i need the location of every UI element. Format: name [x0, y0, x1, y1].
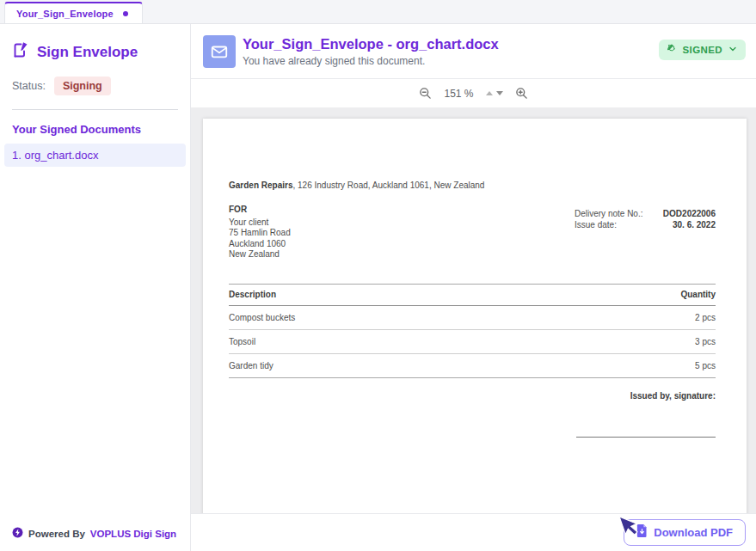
meta-row: Delivery note No.: DOD2022006: [575, 208, 716, 219]
recipient-and-meta: FOR Your client 75 Hamlin Road Auckland …: [229, 205, 716, 260]
pen-icon: [667, 42, 678, 58]
meta-value: DOD2022006: [663, 208, 716, 219]
status-badge: Signing: [54, 77, 111, 95]
powered-by-brand-link[interactable]: VOPLUS Digi Sign: [90, 529, 176, 539]
zoom-stepper[interactable]: [486, 91, 503, 95]
meta-row: Issue date: 30. 6. 2022: [575, 219, 716, 230]
sidebar-title: Sign Envelope: [37, 44, 138, 61]
cell-quantity: 5 pcs: [548, 353, 716, 377]
cell-quantity: 2 pcs: [548, 305, 716, 329]
zoom-level: 151 %: [444, 88, 473, 100]
download-pdf-button[interactable]: Download PDF: [624, 519, 746, 546]
signed-status-dropdown[interactable]: SIGNED: [659, 40, 747, 60]
table-row: Garden tidy 5 pcs: [229, 353, 716, 377]
recipient-line: New Zealand: [229, 249, 291, 260]
stepper-up-icon[interactable]: [486, 91, 493, 95]
company-address-line: Garden Repairs, 126 Industry Road, Auckl…: [229, 181, 716, 190]
tab-your-sign-envelope[interactable]: Your_Sign_Envelope: [4, 2, 143, 23]
page-subtitle: You have already signed this document.: [243, 55, 659, 67]
meta-value: 30. 6. 2022: [673, 219, 716, 230]
cell-description: Compost buckets: [229, 305, 548, 329]
action-footer: Download PDF: [191, 513, 756, 551]
sidebar-title-row: Sign Envelope: [0, 24, 190, 63]
zoom-in-button[interactable]: [515, 87, 528, 100]
cell-quantity: 3 pcs: [548, 329, 716, 353]
for-label: FOR: [229, 205, 291, 216]
recipient-line: Auckland 1060: [229, 239, 291, 250]
zoom-out-button[interactable]: [419, 87, 432, 100]
meta-label: Delivery note No.:: [575, 208, 642, 219]
company-address: , 126 Industry Road, Auckland 1061, New …: [292, 181, 484, 190]
recipient-line: 75 Hamlin Road: [229, 228, 291, 239]
tab-bar: Your_Sign_Envelope: [0, 0, 756, 24]
page-title: Your_Sign_Envelope - org_chart.docx: [243, 35, 659, 53]
download-pdf-label: Download PDF: [654, 526, 733, 539]
main-panel: Your_Sign_Envelope - org_chart.docx You …: [191, 24, 756, 551]
items-table: Description Quantity Compost buckets 2 p…: [229, 284, 716, 378]
signed-badge-label: SIGNED: [683, 45, 723, 55]
meta-label: Issue date:: [575, 219, 617, 230]
cell-description: Topsoil: [229, 329, 548, 353]
issued-by-label: Issued by, signature:: [229, 391, 716, 401]
zoom-toolbar: 151 %: [191, 78, 756, 107]
delivery-meta-block: Delivery note No.: DOD2022006 Issue date…: [575, 208, 716, 260]
signed-documents-heading: Your Signed Documents: [0, 110, 190, 144]
sign-document-pen-icon: [12, 41, 30, 63]
column-header-description: Description: [229, 284, 548, 305]
tab-label: Your_Sign_Envelope: [16, 9, 114, 19]
sidebar-item-org-chart-docx[interactable]: 1. org_chart.docx: [4, 144, 186, 167]
table-header-row: Description Quantity: [229, 284, 716, 305]
cell-description: Garden tidy: [229, 353, 548, 377]
recipient-line: Your client: [229, 217, 291, 229]
chevron-down-icon: [728, 42, 738, 58]
document-header: Your_Sign_Envelope - org_chart.docx You …: [191, 24, 756, 68]
table-row: Compost buckets 2 pcs: [229, 305, 716, 329]
voplus-bolt-circle-icon: [12, 527, 23, 540]
document-viewport[interactable]: Garden Repairs, 126 Industry Road, Auckl…: [191, 107, 756, 513]
column-header-quantity: Quantity: [548, 284, 716, 305]
powered-by: Powered By VOPLUS Digi Sign: [12, 527, 176, 540]
app-window: Your_Sign_Envelope Sign Envelope Status:…: [0, 0, 756, 551]
stepper-down-icon[interactable]: [496, 91, 503, 95]
status-row: Status: Signing: [0, 63, 190, 95]
sidebar: Sign Envelope Status: Signing Your Signe…: [0, 24, 191, 551]
recipient-block: FOR Your client 75 Hamlin Road Auckland …: [229, 205, 291, 260]
table-row: Topsoil 3 pcs: [229, 329, 716, 353]
document-page: Garden Repairs, 126 Industry Road, Auckl…: [203, 119, 747, 513]
file-download-icon: [636, 524, 648, 541]
status-label: Status:: [12, 80, 46, 92]
envelope-icon: [203, 35, 236, 68]
active-dot-icon: [123, 11, 128, 16]
signature-line: [576, 437, 716, 438]
powered-by-prefix: Powered By: [28, 529, 85, 539]
company-name: Garden Repairs: [229, 181, 292, 190]
